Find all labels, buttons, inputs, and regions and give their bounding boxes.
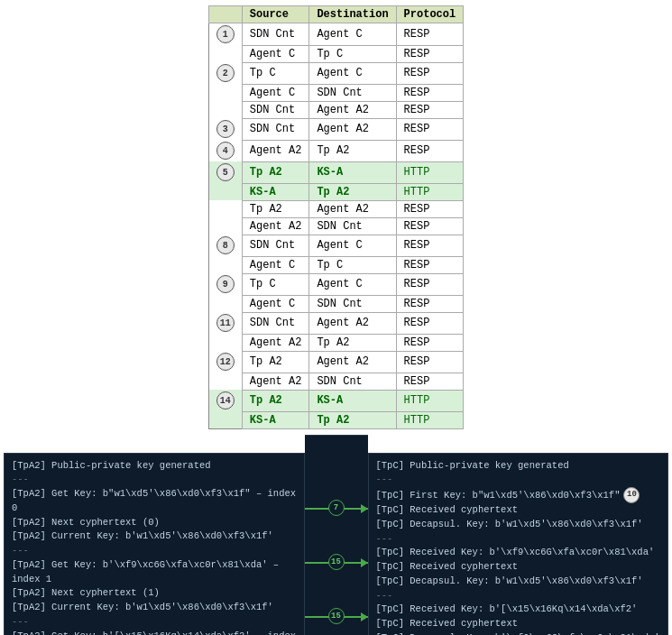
row-dest: Agent A2 (309, 351, 396, 373)
left-panel-line: --- (12, 615, 297, 630)
row-source: Agent A2 (242, 217, 309, 235)
row-badge: 8 (216, 236, 235, 254)
badge-10: 10 (623, 487, 640, 503)
row-proto: HTTP (396, 390, 464, 411)
left-panel-line: [TpA2] Get Key: b'[\x15\x16Kq\x14\xda\xf… (12, 630, 297, 636)
arrow-badge: 15 (328, 608, 345, 624)
table-row: 4Agent A2Tp A2RESP (208, 140, 463, 161)
left-panel-line: [TpA2] Next cyphertext (0) (12, 516, 297, 530)
arrow-head (361, 504, 368, 513)
row-badge-cell: 9 (208, 273, 242, 295)
table-row: 2Tp CAgent CRESP (208, 62, 463, 84)
right-panel: [TpC] Public-private key generated---[Tp… (368, 453, 669, 636)
row-source: Tp A2 (242, 351, 309, 373)
row-source: SDN Cnt (242, 118, 309, 140)
left-panel-title: TpA2 (4, 435, 305, 453)
table-row: 3SDN CntAgent A2RESP (208, 118, 463, 140)
row-source: SDN Cnt (242, 101, 309, 118)
right-panel-line: [TpC] Decapsul. Key: b'w1\xd5'\x86\xd0\x… (376, 575, 661, 589)
table-row: Agent A2SDN CntRESP (208, 217, 463, 235)
left-panel-line: --- (12, 473, 297, 487)
row-source: Agent C (242, 84, 309, 101)
row-proto: RESP (396, 23, 464, 46)
row-dest: Agent A2 (309, 312, 396, 334)
row-proto: RESP (396, 373, 464, 390)
row-badge-cell (208, 84, 242, 101)
row-proto: RESP (396, 62, 464, 84)
right-panel-line: --- (376, 473, 661, 487)
row-dest: Tp A2 (309, 140, 396, 161)
table-row: 5Tp A2KS-AHTTP (208, 161, 463, 183)
row-dest: SDN Cnt (309, 373, 396, 390)
left-panel-line: [TpA2] Current Key: b'w1\xd5'\x86\xd0\xf… (12, 529, 297, 544)
right-panel-line: [TpC] Received Key: b'\xf9\xc6G\xfa\xc0r… (376, 546, 661, 560)
row-proto: RESP (396, 140, 464, 161)
row-source: Tp A2 (242, 200, 309, 217)
arrow-head (361, 612, 368, 621)
table-row: 8SDN CntAgent CRESP (208, 235, 463, 256)
table-row: KS-ATp A2HTTP (208, 183, 463, 200)
row-dest: Agent A2 (309, 101, 396, 118)
row-proto: RESP (396, 312, 464, 334)
arrow-head (361, 558, 368, 567)
row-proto: RESP (396, 45, 464, 62)
row-proto: RESP (396, 295, 464, 312)
row-dest: SDN Cnt (309, 84, 396, 101)
left-panel-line: [TpA2] Get Key: b'\xf9\xc6G\xfa\xc0r\x81… (12, 558, 297, 587)
left-panel-line: --- (12, 544, 297, 558)
row-dest: Tp A2 (309, 183, 396, 200)
table-row: 11SDN CntAgent A2RESP (208, 312, 463, 334)
row-badge: 12 (216, 353, 235, 371)
row-badge: 11 (216, 314, 235, 332)
table-row: 14Tp A2KS-AHTTP (208, 390, 463, 411)
row-dest: Agent C (309, 62, 396, 84)
row-badge-cell (208, 101, 242, 118)
row-dest: Tp A2 (309, 411, 396, 428)
right-panel-line: [TpC] Public-private key generated (376, 459, 661, 474)
table-row: Tp A2Agent A2RESP (208, 200, 463, 217)
table-row: 12Tp A2Agent A2RESP (208, 351, 463, 373)
row-proto: RESP (396, 235, 464, 256)
row-source: SDN Cnt (242, 235, 309, 256)
row-badge-cell: 3 (208, 118, 242, 140)
right-panel-line: [TpC] Received cyphertext (376, 503, 661, 518)
left-panel-line: [TpA2] Current Key: b'w1\xd5'\x86\xd0\xf… (12, 601, 297, 615)
row-proto: RESP (396, 256, 464, 273)
row-source: Tp C (242, 62, 309, 84)
row-source: Tp A2 (242, 390, 309, 411)
row-source: Agent A2 (242, 334, 309, 351)
row-badge-cell: 8 (208, 235, 242, 256)
row-badge: 2 (216, 64, 235, 82)
row-source: KS-A (242, 183, 309, 200)
row-badge-cell: 14 (208, 390, 242, 411)
row-source: Tp C (242, 273, 309, 295)
row-proto: RESP (396, 101, 464, 118)
table-row: Agent CSDN CntRESP (208, 295, 463, 312)
row-badge-cell (208, 200, 242, 217)
row-source: Agent A2 (242, 373, 309, 390)
row-proto: RESP (396, 351, 464, 373)
row-proto: RESP (396, 334, 464, 351)
left-panel-line: [TpA2] Public-private key generated (12, 459, 297, 474)
row-dest: Agent C (309, 23, 396, 46)
right-panel-title: TpC (368, 435, 669, 453)
right-panel-line: --- (376, 532, 661, 547)
arrow-slot: 15 (305, 535, 368, 589)
row-source: Agent C (242, 256, 309, 273)
table-row: Agent A2Tp A2RESP (208, 334, 463, 351)
row-badge: 5 (216, 163, 235, 181)
row-dest: Agent C (309, 235, 396, 256)
table-row: SDN CntAgent A2RESP (208, 101, 463, 118)
table-row: Agent A2SDN CntRESP (208, 373, 463, 390)
row-dest: Agent C (309, 273, 396, 295)
col-badge (208, 6, 242, 23)
right-panel-line: [TpC] Decapsul. Key: b'w1\xd5'\x86\xd0\x… (376, 518, 661, 532)
row-badge-cell (208, 217, 242, 235)
network-table: Source Destination Protocol 1SDN CntAgen… (208, 5, 464, 429)
arrow-badge: 7 (328, 500, 345, 516)
row-dest: SDN Cnt (309, 295, 396, 312)
right-panel-line: --- (376, 589, 661, 603)
network-table-area: Source Destination Protocol 1SDN CntAgen… (0, 0, 672, 433)
row-badge: 3 (216, 120, 235, 138)
row-dest: Tp A2 (309, 334, 396, 351)
